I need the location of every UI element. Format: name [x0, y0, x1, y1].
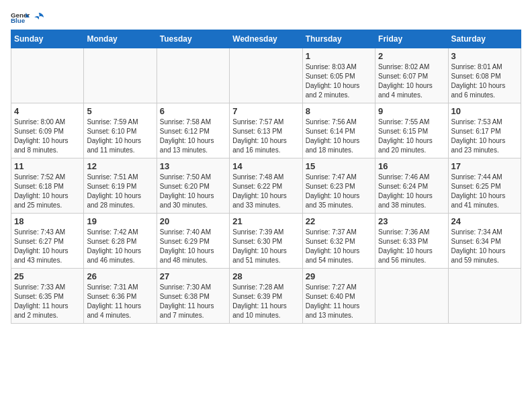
calendar-cell: 7Sunrise: 7:57 AM Sunset: 6:13 PM Daylig…: [230, 103, 302, 158]
day-number: 23: [378, 216, 445, 226]
calendar-cell: 24Sunrise: 7:34 AM Sunset: 6:34 PM Dayli…: [448, 214, 521, 269]
day-number: 20: [160, 216, 226, 226]
day-number: 6: [160, 106, 226, 116]
calendar-cell: 16Sunrise: 7:46 AM Sunset: 6:24 PM Dayli…: [375, 158, 448, 214]
day-info: Sunrise: 7:40 AM Sunset: 6:29 PM Dayligh…: [160, 228, 226, 265]
day-info: Sunrise: 7:36 AM Sunset: 6:33 PM Dayligh…: [378, 228, 445, 265]
calendar-cell: [375, 269, 448, 324]
day-info: Sunrise: 7:50 AM Sunset: 6:20 PM Dayligh…: [160, 173, 226, 210]
calendar-cell: [11, 48, 84, 103]
calendar-cell: 21Sunrise: 7:39 AM Sunset: 6:30 PM Dayli…: [230, 214, 302, 269]
day-number: 19: [87, 216, 153, 226]
day-number: 21: [232, 216, 299, 226]
day-info: Sunrise: 7:53 AM Sunset: 6:17 PM Dayligh…: [451, 118, 518, 155]
day-info: Sunrise: 7:44 AM Sunset: 6:25 PM Dayligh…: [451, 173, 518, 210]
day-info: Sunrise: 7:59 AM Sunset: 6:10 PM Dayligh…: [87, 118, 153, 155]
calendar-cell: 23Sunrise: 7:36 AM Sunset: 6:33 PM Dayli…: [375, 214, 448, 269]
calendar-cell: 13Sunrise: 7:50 AM Sunset: 6:20 PM Dayli…: [157, 158, 229, 214]
calendar-cell: [84, 48, 157, 103]
day-number: 22: [306, 216, 372, 226]
day-info: Sunrise: 8:01 AM Sunset: 6:08 PM Dayligh…: [451, 62, 518, 100]
calendar-cell: 25Sunrise: 7:33 AM Sunset: 6:35 PM Dayli…: [11, 269, 84, 324]
calendar-cell: 19Sunrise: 7:42 AM Sunset: 6:28 PM Dayli…: [84, 214, 157, 269]
day-number: 17: [451, 161, 518, 171]
day-info: Sunrise: 7:34 AM Sunset: 6:34 PM Dayligh…: [451, 228, 518, 265]
day-number: 1: [306, 51, 372, 61]
day-number: 2: [378, 51, 445, 61]
day-info: Sunrise: 7:27 AM Sunset: 6:40 PM Dayligh…: [306, 283, 372, 320]
day-number: 18: [14, 216, 81, 226]
day-info: Sunrise: 7:39 AM Sunset: 6:30 PM Dayligh…: [232, 228, 299, 265]
day-info: Sunrise: 7:52 AM Sunset: 6:18 PM Dayligh…: [14, 173, 81, 210]
calendar-cell: 12Sunrise: 7:51 AM Sunset: 6:19 PM Dayli…: [84, 158, 157, 214]
calendar-cell: 22Sunrise: 7:37 AM Sunset: 6:32 PM Dayli…: [302, 214, 375, 269]
weekday-header-thursday: Thursday: [302, 30, 375, 48]
day-info: Sunrise: 7:31 AM Sunset: 6:36 PM Dayligh…: [87, 283, 153, 320]
day-info: Sunrise: 8:00 AM Sunset: 6:09 PM Dayligh…: [14, 118, 81, 155]
calendar-cell: 8Sunrise: 7:56 AM Sunset: 6:14 PM Daylig…: [302, 103, 375, 158]
day-info: Sunrise: 7:46 AM Sunset: 6:24 PM Dayligh…: [378, 173, 445, 210]
day-number: 25: [14, 271, 81, 281]
weekday-header-friday: Friday: [375, 30, 448, 48]
weekday-header-monday: Monday: [84, 30, 157, 48]
day-number: 27: [160, 271, 226, 281]
day-number: 28: [232, 271, 299, 281]
calendar-week-row: 4Sunrise: 8:00 AM Sunset: 6:09 PM Daylig…: [11, 103, 521, 158]
weekday-header-saturday: Saturday: [448, 30, 521, 48]
calendar-cell: 26Sunrise: 7:31 AM Sunset: 6:36 PM Dayli…: [84, 269, 157, 324]
day-info: Sunrise: 7:56 AM Sunset: 6:14 PM Dayligh…: [306, 118, 372, 155]
header: General Blue: [11, 11, 521, 24]
calendar-cell: 28Sunrise: 7:28 AM Sunset: 6:39 PM Dayli…: [230, 269, 302, 324]
day-number: 14: [232, 161, 299, 171]
day-number: 12: [87, 161, 153, 171]
calendar-cell: 9Sunrise: 7:55 AM Sunset: 6:15 PM Daylig…: [375, 103, 448, 158]
svg-text:Blue: Blue: [11, 17, 26, 24]
day-info: Sunrise: 7:55 AM Sunset: 6:15 PM Dayligh…: [378, 118, 445, 155]
day-info: Sunrise: 7:48 AM Sunset: 6:22 PM Dayligh…: [232, 173, 299, 210]
calendar-cell: 18Sunrise: 7:43 AM Sunset: 6:27 PM Dayli…: [11, 214, 84, 269]
calendar-cell: 4Sunrise: 8:00 AM Sunset: 6:09 PM Daylig…: [11, 103, 84, 158]
calendar-cell: 17Sunrise: 7:44 AM Sunset: 6:25 PM Dayli…: [448, 158, 521, 214]
calendar-cell: 11Sunrise: 7:52 AM Sunset: 6:18 PM Dayli…: [11, 158, 84, 214]
calendar-cell: 20Sunrise: 7:40 AM Sunset: 6:29 PM Dayli…: [157, 214, 229, 269]
calendar-cell: 15Sunrise: 7:47 AM Sunset: 6:23 PM Dayli…: [302, 158, 375, 214]
calendar-cell: 29Sunrise: 7:27 AM Sunset: 6:40 PM Dayli…: [302, 269, 375, 324]
calendar-week-row: 25Sunrise: 7:33 AM Sunset: 6:35 PM Dayli…: [11, 269, 521, 324]
day-number: 11: [14, 161, 81, 171]
day-info: Sunrise: 7:33 AM Sunset: 6:35 PM Dayligh…: [14, 283, 81, 320]
calendar-cell: 6Sunrise: 7:58 AM Sunset: 6:12 PM Daylig…: [157, 103, 229, 158]
day-info: Sunrise: 7:47 AM Sunset: 6:23 PM Dayligh…: [306, 173, 372, 210]
day-number: 7: [232, 106, 299, 116]
day-info: Sunrise: 7:58 AM Sunset: 6:12 PM Dayligh…: [160, 118, 226, 155]
calendar-cell: [448, 269, 521, 324]
weekday-header-wednesday: Wednesday: [230, 30, 302, 48]
day-info: Sunrise: 7:57 AM Sunset: 6:13 PM Dayligh…: [232, 118, 299, 155]
calendar-cell: 14Sunrise: 7:48 AM Sunset: 6:22 PM Dayli…: [230, 158, 302, 214]
calendar-cell: 1Sunrise: 8:03 AM Sunset: 6:05 PM Daylig…: [302, 48, 375, 103]
day-info: Sunrise: 7:42 AM Sunset: 6:28 PM Dayligh…: [87, 228, 153, 265]
day-number: 5: [87, 106, 153, 116]
calendar-cell: 5Sunrise: 7:59 AM Sunset: 6:10 PM Daylig…: [84, 103, 157, 158]
day-number: 15: [306, 161, 372, 171]
day-number: 8: [306, 106, 372, 116]
day-number: 16: [378, 161, 445, 171]
calendar-cell: 27Sunrise: 7:30 AM Sunset: 6:38 PM Dayli…: [157, 269, 229, 324]
calendar-week-row: 1Sunrise: 8:03 AM Sunset: 6:05 PM Daylig…: [11, 48, 521, 103]
day-info: Sunrise: 7:51 AM Sunset: 6:19 PM Dayligh…: [87, 173, 153, 210]
day-number: 9: [378, 106, 445, 116]
calendar-cell: [230, 48, 302, 103]
weekday-header-row: SundayMondayTuesdayWednesdayThursdayFrid…: [11, 30, 521, 48]
day-info: Sunrise: 7:30 AM Sunset: 6:38 PM Dayligh…: [160, 283, 226, 320]
day-info: Sunrise: 7:37 AM Sunset: 6:32 PM Dayligh…: [306, 228, 372, 265]
day-info: Sunrise: 8:02 AM Sunset: 6:07 PM Dayligh…: [378, 62, 445, 100]
logo: General Blue: [11, 11, 46, 24]
calendar-cell: 2Sunrise: 8:02 AM Sunset: 6:07 PM Daylig…: [375, 48, 448, 103]
day-number: 3: [451, 51, 518, 61]
day-info: Sunrise: 7:28 AM Sunset: 6:39 PM Dayligh…: [232, 283, 299, 320]
calendar-week-row: 18Sunrise: 7:43 AM Sunset: 6:27 PM Dayli…: [11, 214, 521, 269]
day-number: 24: [451, 216, 518, 226]
logo-bird-icon: [33, 11, 45, 24]
logo-icon: General Blue: [11, 11, 30, 24]
calendar-cell: [157, 48, 229, 103]
weekday-header-sunday: Sunday: [11, 30, 84, 48]
